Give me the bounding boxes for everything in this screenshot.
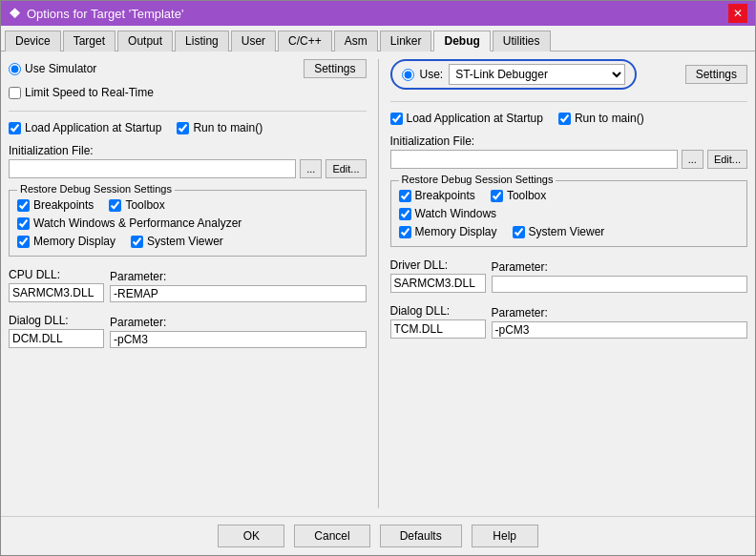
breakpoints-row-left: Breakpoints [17,198,94,212]
load-app-checkbox-right[interactable] [390,113,403,125]
breakpoints-row-right: Breakpoints [399,189,475,202]
tab-utilities[interactable]: Utilities [493,31,551,51]
watch-windows-checkbox-right[interactable] [399,208,411,220]
memory-display-checkbox-left[interactable] [17,236,30,248]
driver-dll-input-right[interactable] [390,274,486,293]
window-title: Options for Target 'Template' [27,7,183,21]
run-to-main-label-right: Run to main() [575,112,644,125]
dialog-dll-input-right[interactable] [390,319,486,339]
init-file-input-left[interactable] [9,159,296,178]
run-to-main-checkbox-left[interactable] [177,122,189,134]
tab-debug[interactable]: Debug [433,31,490,51]
init-file-label-left: Initialization File: [9,144,367,157]
memory-display-label-right: Memory Display [415,225,497,238]
breakpoints-checkbox-left[interactable] [17,199,30,212]
watch-windows-row-right: Watch Windows [399,207,740,220]
tabs-bar: Device Target Output Listing User C/C++ … [1,26,755,51]
close-button[interactable]: ✕ [728,4,747,23]
init-edit-btn-right[interactable]: Edit... [707,150,747,169]
system-viewer-checkbox-left[interactable] [131,236,143,248]
tab-cpp[interactable]: C/C++ [278,31,332,51]
init-file-input-right[interactable] [390,150,678,169]
right-settings-button[interactable]: Settings [685,65,747,84]
memory-display-checkbox-right[interactable] [399,226,411,238]
load-app-label-left: Load Application at Startup [25,121,161,134]
toolbox-checkbox-left[interactable] [109,199,121,212]
tab-device[interactable]: Device [5,31,61,51]
restore-group-title-left: Restore Debug Session Settings [17,183,175,195]
load-app-checkbox-left[interactable] [9,122,21,134]
dialog-param-label-left: Parameter: [110,316,367,329]
system-viewer-checkbox-right[interactable] [513,226,525,238]
vertical-divider [378,59,379,508]
toolbox-row-left: Toolbox [109,198,164,212]
memory-display-label-left: Memory Display [33,235,116,248]
toolbox-checkbox-right[interactable] [491,190,503,202]
defaults-button[interactable]: Defaults [380,525,462,547]
cpu-dll-section-left: CPU DLL: Parameter: [9,268,367,302]
run-to-main-row-right: Run to main() [558,112,644,125]
system-viewer-label-right: System Viewer [529,225,605,238]
dialog-param-input-left[interactable] [110,331,367,348]
tab-user[interactable]: User [231,31,276,51]
breakpoints-label-left: Breakpoints [33,198,94,212]
title-bar: ❖ Options for Target 'Template' ✕ [1,1,755,26]
init-file-row-left: ... Edit... [9,159,367,178]
limit-speed-label: Limit Speed to Real-Time [25,86,154,99]
driver-param-label-right: Parameter: [492,260,748,274]
memory-display-row-right: Memory Display [399,225,497,238]
tab-linker[interactable]: Linker [380,31,432,51]
driver-dll-section-right: Driver DLL: Parameter: [390,258,748,293]
watch-windows-checkbox-left[interactable] [17,217,30,230]
tab-asm[interactable]: Asm [334,31,378,51]
restore-debug-group-right: Restore Debug Session Settings Breakpoin… [390,180,748,247]
toolbox-label-left: Toolbox [125,198,164,212]
use-simulator-radio[interactable] [9,63,21,75]
run-to-main-label-left: Run to main() [193,121,262,134]
right-panel: Use: ST-Link Debugger J-LINK / J-TRACE C… [390,59,748,508]
init-dots-btn-left[interactable]: ... [300,159,322,178]
dialog-dll-section-left: Dialog DLL: Parameter: [9,314,367,348]
dialog-dll-label-right: Dialog DLL: [390,304,486,318]
cancel-button[interactable]: Cancel [294,525,369,547]
dialog-dll-input-left[interactable] [9,329,104,348]
limit-speed-checkbox[interactable] [9,87,21,99]
breakpoints-label-right: Breakpoints [415,189,475,202]
run-to-main-checkbox-right[interactable] [558,113,571,125]
system-viewer-row-left: System Viewer [131,235,223,248]
run-to-main-row-left: Run to main() [177,121,262,134]
cpu-dll-input-left[interactable] [9,283,104,302]
toolbox-row-right: Toolbox [491,189,546,202]
use-simulator-label: Use Simulator [25,62,96,75]
two-column-layout: Use Simulator Settings Limit Speed to Re… [9,59,747,508]
app-icon: ❖ [9,6,21,21]
tab-target[interactable]: Target [63,31,116,51]
cpu-dll-label-left: CPU DLL: [9,268,104,281]
system-viewer-label-left: System Viewer [147,235,223,248]
cpu-param-label-left: Parameter: [110,270,367,283]
help-button[interactable]: Help [472,525,538,547]
init-dots-btn-right[interactable]: ... [682,150,704,169]
restore-debug-group-left: Restore Debug Session Settings Breakpoin… [9,190,367,257]
left-settings-button[interactable]: Settings [304,59,366,78]
tab-output[interactable]: Output [117,31,173,51]
use-debugger-radio[interactable] [402,69,414,81]
debugger-select[interactable]: ST-Link Debugger J-LINK / J-TRACE Cortex… [449,64,625,85]
limit-speed-row: Limit Speed to Real-Time [9,86,367,99]
content-area: Use Simulator Settings Limit Speed to Re… [1,51,755,516]
restore-group-title-right: Restore Debug Session Settings [399,174,556,185]
init-edit-btn-left[interactable]: Edit... [326,159,366,178]
footer: OK Cancel Defaults Help [1,516,755,555]
driver-param-input-right[interactable] [492,276,748,293]
breakpoints-checkbox-right[interactable] [399,190,411,202]
tab-listing[interactable]: Listing [175,31,229,51]
debugger-oval: Use: ST-Link Debugger J-LINK / J-TRACE C… [390,59,638,90]
cpu-param-input-left[interactable] [110,285,367,302]
memory-display-row-left: Memory Display [17,235,116,248]
use-simulator-row: Use Simulator [9,62,96,75]
dialog-param-input-right[interactable] [492,321,748,339]
watch-windows-label-left: Watch Windows & Performance Analyzer [33,216,242,230]
main-window: ❖ Options for Target 'Template' ✕ Device… [0,0,756,556]
ok-button[interactable]: OK [218,525,284,547]
load-app-row-right: Load Application at Startup [390,112,543,125]
